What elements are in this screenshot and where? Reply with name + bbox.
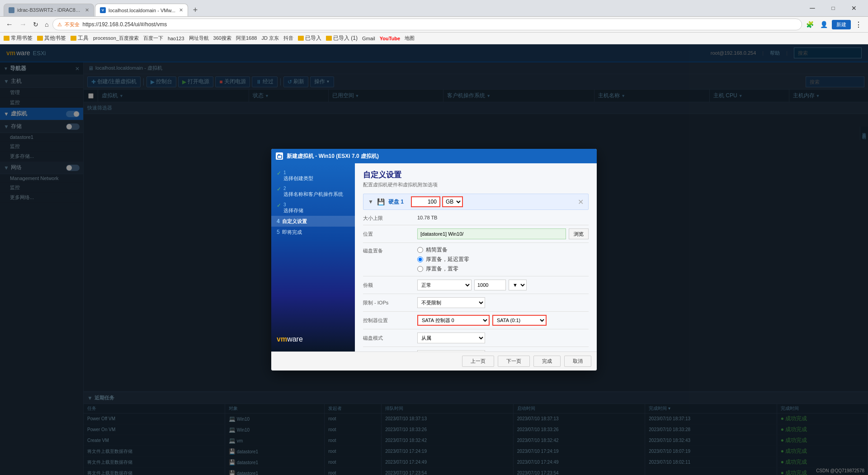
provisioning-options: 精简置备 厚置备，延迟置零 厚置备，置零 (417, 246, 589, 273)
svg-rect-1 (278, 154, 280, 156)
bookmarks-bar: 常用书签 其他书签 工具 processon_百度搜索 百度一下 hao123 … (0, 33, 868, 44)
iops-select[interactable]: 不受限制 (417, 297, 485, 308)
window-controls: ─ □ ✕ (802, 2, 864, 16)
form-row-location: 位置 浏览 (363, 228, 589, 243)
address-text: https://192.168.0.254/ui/#/host/vms (82, 21, 797, 28)
modal-titlebar: 新建虚拟机 - Win10 (ESXi 7.0 虚拟机) (271, 149, 597, 163)
extensions-button[interactable]: 🧩 (804, 20, 816, 29)
tab-esxi-close[interactable]: ✕ (179, 7, 183, 13)
bookmark-item-4[interactable]: 百度一下 (143, 35, 163, 42)
tab-idrac-favicon (9, 7, 14, 13)
modal-sidebar: ✓ 1 选择创建类型 ✓ 2 选择名称和客户机操作系统 (271, 163, 355, 352)
location-row: 浏览 (417, 228, 589, 239)
location-input[interactable] (417, 228, 566, 239)
bookmark-item-6[interactable]: 网址导航 (189, 35, 209, 42)
modal-footer: 上一页 下一页 完成 取消 (271, 352, 597, 370)
tab-esxi-favicon: V (100, 7, 106, 13)
new-tab-button[interactable]: + (189, 4, 202, 16)
bookmark-item-11[interactable]: 已导入 (298, 34, 321, 42)
prev-button[interactable]: 上一页 (462, 356, 494, 367)
home-button[interactable]: ⌂ (42, 20, 51, 29)
bookmark-item-10[interactable]: 抖音 (283, 35, 293, 42)
maximize-button[interactable]: □ (823, 2, 844, 14)
provisioning-thick-lazy[interactable]: 厚置备，延迟置零 (417, 256, 589, 263)
modal-step-4: 4 自定义设置 (271, 216, 355, 227)
shares-unit-select[interactable]: ▼ (509, 280, 527, 290)
bookmark-item-7[interactable]: 360搜索 (213, 35, 231, 42)
step-5-num-icon: 5 (277, 229, 280, 235)
modal-body: ✓ 1 选择创建类型 ✓ 2 选择名称和客户机操作系统 (271, 163, 597, 352)
controller-port-select[interactable]: SATA (0:1) (492, 315, 547, 326)
finish-button[interactable]: 完成 (533, 356, 561, 367)
modal-title-text: 新建虚拟机 - Win10 (ESXi 7.0 虚拟机) (287, 152, 379, 160)
vmware-brand-logo: vmware (271, 328, 355, 347)
disk-hdd-icon: 💾 (377, 198, 385, 205)
step-1-check-icon: ✓ (277, 170, 281, 176)
forward-button[interactable]: → (17, 19, 29, 29)
reload-button[interactable]: ↻ (31, 20, 41, 29)
bookmark-item-13[interactable]: Gmail (362, 36, 375, 41)
iops-controls: 不受限制 (417, 297, 485, 308)
bookmark-item-8[interactable]: 阿里1688 (236, 35, 257, 42)
shares-type-select[interactable]: 正常 低 高 自定义 (417, 280, 472, 290)
disk-size-input[interactable] (411, 196, 440, 207)
bookmark-item-5[interactable]: hao123 (168, 36, 184, 41)
cancel-button[interactable]: 取消 (564, 356, 591, 367)
provisioning-thick-lazy-radio[interactable] (417, 256, 423, 262)
tab-idrac[interactable]: idrac-B3SWRT2 - iDRAC8 - 搜... ✕ (4, 4, 94, 16)
bookmark-item-3[interactable]: processon_百度搜索 (93, 35, 139, 42)
bookmark-item-1[interactable]: 其他书签 (37, 34, 66, 42)
modal-content: 自定义设置 配置虚拟机硬件和虚拟机附加选项 ▼ 💾 硬盘 1 GB (355, 163, 597, 352)
browser-refresh-button[interactable]: 新建 (832, 20, 851, 29)
diskmode-select[interactable]: 从属 独立 - 持久 独立 - 非持久 (417, 332, 485, 343)
modal-step-3: ✓ 3 选择存储 (271, 200, 355, 216)
tab-esxi-label: localhost.localdomain - VMw... (108, 8, 175, 13)
modal-step-5: 5 即将完成 (271, 227, 355, 238)
tab-esxi[interactable]: V localhost.localdomain - VMw... ✕ (95, 4, 188, 16)
controller-controls: SATA 控制器 0 SATA (0:1) (417, 315, 547, 326)
bookmark-item-2[interactable]: 工具 (71, 34, 89, 42)
provisioning-thin-radio[interactable] (417, 247, 423, 253)
disk-unit-select[interactable]: GB MB TB (442, 196, 463, 207)
profile-button[interactable]: 👤 (818, 20, 830, 29)
modal: 新建虚拟机 - Win10 (ESXi 7.0 虚拟机) ✓ 1 选择创建类型 … (271, 149, 597, 370)
step-1-num: 1 (283, 170, 313, 175)
shares-value-input[interactable] (474, 280, 506, 290)
minimize-button[interactable]: ─ (802, 2, 823, 14)
bookmark-item-12[interactable]: 已导入 (1) (326, 34, 358, 42)
provisioning-thick-eager-radio[interactable] (417, 266, 423, 272)
modal-step-2: ✓ 2 选择名称和客户机操作系统 (271, 184, 355, 200)
controller-type-select[interactable]: SATA 控制器 0 (417, 315, 490, 326)
bookmark-item-0[interactable]: 常用书签 (4, 34, 33, 42)
provisioning-thick-eager[interactable]: 厚置备，置零 (417, 265, 589, 273)
provisioning-label: 磁盘置备 (363, 246, 417, 273)
browse-button[interactable]: 浏览 (569, 228, 589, 239)
disk-expand-icon[interactable]: ▼ (368, 199, 373, 205)
bookmark-item-9[interactable]: JD 京东 (261, 35, 279, 42)
next-button[interactable]: 下一页 (498, 356, 530, 367)
step-4-label: 自定义设置 (282, 218, 307, 224)
form-row-maxsize: 大小上限 10.78 TB (363, 214, 589, 225)
address-warning-label: 不安全 (65, 21, 80, 28)
step-1-label: 选择创建类型 (283, 175, 313, 181)
close-button[interactable]: ✕ (844, 2, 864, 14)
form-row-diskmode: 磁盘模式 从属 独立 - 持久 独立 - 非持久 (363, 332, 589, 347)
location-label: 位置 (363, 231, 417, 238)
address-bar[interactable]: ⚠ 不安全 https://192.168.0.254/ui/#/host/vm… (52, 19, 802, 30)
bookmark-item-15[interactable]: 地图 (405, 35, 415, 42)
tab-idrac-label: idrac-B3SWRT2 - iDRAC8 - 搜... (17, 7, 81, 14)
tab-bar: idrac-B3SWRT2 - iDRAC8 - 搜... ✕ V localh… (0, 0, 868, 16)
disk-size-row: GB MB TB (411, 196, 463, 207)
modal-title-icon (276, 152, 283, 160)
step-2-label: 选择名称和客户机操作系统 (283, 191, 343, 197)
provisioning-thin[interactable]: 精简置备 (417, 246, 589, 254)
disk-remove-button[interactable]: ✕ (578, 198, 584, 206)
modal-step-1: ✓ 1 选择创建类型 (271, 168, 355, 184)
disk-label: 硬盘 1 (388, 198, 404, 206)
tab-idrac-close[interactable]: ✕ (85, 7, 89, 13)
step-3-label: 选择存储 (283, 207, 303, 214)
back-button[interactable]: ← (4, 19, 15, 29)
step-2-check-icon: ✓ (277, 186, 281, 192)
menu-button[interactable]: ⋮ (853, 19, 864, 30)
bookmark-item-youtube[interactable]: YouTube (380, 36, 400, 41)
